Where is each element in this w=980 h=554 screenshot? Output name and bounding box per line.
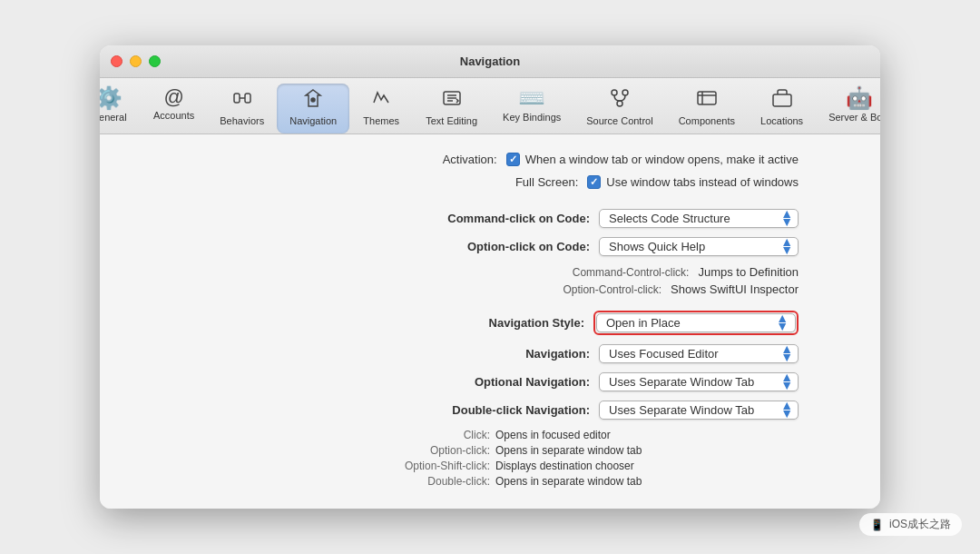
fullscreen-label: Full Screen:: [378, 175, 578, 189]
command-control-row: Command-Control-click: Jumps to Definiti…: [127, 265, 853, 279]
window-controls: [111, 55, 161, 67]
watermark: 📱 iOS成长之路: [859, 513, 962, 536]
fullscreen-checkbox[interactable]: [587, 175, 601, 189]
doubleclick-nav-label: Double-click Navigation:: [390, 403, 590, 417]
info-row-double-click: Double-click: Opens in separate window t…: [345, 475, 799, 488]
toolbar-item-locations[interactable]: Locations: [748, 84, 816, 134]
command-control-value: Jumps to Definition: [698, 265, 799, 279]
navigation-select[interactable]: Uses Focused Editor Uses Separate Window…: [599, 344, 799, 363]
toolbar-label-behaviors: Behaviors: [220, 115, 264, 126]
text-editing-icon: [441, 87, 463, 113]
toolbar-item-navigation[interactable]: Navigation: [277, 84, 349, 134]
titlebar: Navigation: [100, 45, 880, 78]
toolbar-item-components[interactable]: Components: [666, 84, 748, 134]
toolbar-item-text-editing[interactable]: Text Editing: [413, 84, 490, 134]
svg-rect-0: [234, 94, 240, 103]
toolbar-label-navigation: Navigation: [289, 115, 337, 126]
info-value-option-click: Opens in separate window tab: [495, 444, 642, 457]
option-control-value: Shows SwiftUI Inspector: [671, 282, 799, 296]
option-click-row: Option-click on Code: Shows Quick Help S…: [127, 237, 853, 256]
option-control-label: Option-Control-click:: [462, 283, 662, 296]
general-icon: ⚙️: [100, 87, 122, 109]
option-click-select-wrapper: Shows Quick Help Selects Code Structure …: [599, 237, 799, 256]
svg-rect-12: [698, 92, 716, 104]
toolbar-label-accounts: Accounts: [153, 110, 194, 121]
activation-checkbox[interactable]: [506, 153, 520, 166]
server-bots-icon: 🤖: [846, 87, 873, 109]
activation-text: When a window tab or window opens, make …: [525, 153, 799, 166]
option-click-select[interactable]: Shows Quick Help Selects Code Structure …: [599, 237, 799, 256]
navigation-select-wrapper: Uses Focused Editor Uses Separate Window…: [599, 344, 799, 363]
command-click-select[interactable]: Selects Code Structure Jumps to Definiti…: [599, 209, 799, 228]
fullscreen-row: Full Screen: Use window tabs instead of …: [127, 175, 853, 189]
doubleclick-nav-select-wrapper: Uses Separate Window Tab Uses Focused Ed…: [599, 401, 799, 420]
activation-checkbox-row: When a window tab or window opens, make …: [506, 153, 799, 166]
option-click-label: Option-click on Code:: [390, 240, 590, 253]
svg-point-11: [617, 101, 622, 106]
command-control-label: Command-Control-click:: [489, 266, 689, 279]
toolbar-label-source-control: Source Control: [586, 115, 652, 126]
toolbar-label-text-editing: Text Editing: [426, 115, 477, 126]
nav-style-inner-wrapper: Open in Place Uses Separate Window Tab U…: [596, 313, 796, 332]
nav-style-select-wrapper: Open in Place Uses Separate Window Tab U…: [593, 311, 799, 335]
info-value-click: Opens in focused editor: [495, 429, 611, 441]
close-button[interactable]: [111, 55, 122, 67]
info-label-double-click: Double-click:: [345, 475, 490, 488]
navigation-row: Navigation: Uses Focused Editor Uses Sep…: [127, 344, 853, 363]
behaviors-icon: [231, 87, 253, 113]
components-icon: [696, 87, 718, 113]
option-control-row: Option-Control-click: Shows SwiftUI Insp…: [127, 282, 853, 296]
svg-rect-14: [773, 94, 791, 106]
svg-point-10: [622, 90, 628, 95]
command-click-select-wrapper: Selects Code Structure Jumps to Definiti…: [599, 209, 799, 228]
navigation-label: Navigation:: [390, 347, 590, 361]
toolbar-label-locations: Locations: [760, 115, 803, 126]
info-rows: Click: Opens in focused editor Option-cl…: [127, 429, 853, 490]
themes-icon: [370, 87, 392, 113]
toolbar-item-behaviors[interactable]: Behaviors: [207, 84, 277, 134]
watermark-text: iOS成长之路: [889, 517, 951, 532]
info-label-option-shift-click: Option-Shift-click:: [345, 460, 490, 472]
key-bindings-icon: ⌨️: [518, 87, 545, 109]
svg-rect-1: [245, 94, 250, 103]
nav-style-select[interactable]: Open in Place Uses Separate Window Tab U…: [596, 313, 796, 332]
command-click-row: Command-click on Code: Selects Code Stru…: [127, 209, 853, 228]
toolbar-label-general: General: [100, 112, 127, 123]
toolbar-item-general[interactable]: ⚙️ General: [100, 84, 141, 130]
info-row-option-click: Option-click: Opens in separate window t…: [345, 444, 799, 457]
optional-nav-select-wrapper: Uses Separate Window Tab Uses Focused Ed…: [599, 372, 799, 391]
activation-row: Activation: When a window tab or window …: [127, 153, 853, 166]
info-label-option-click: Option-click:: [345, 444, 490, 457]
optional-nav-label: Optional Navigation:: [390, 375, 590, 389]
doubleclick-nav-select[interactable]: Uses Separate Window Tab Uses Focused Ed…: [599, 401, 799, 420]
minimize-button[interactable]: [130, 55, 142, 67]
window-title: Navigation: [460, 54, 520, 68]
toolbar-item-source-control[interactable]: Source Control: [573, 84, 665, 134]
command-click-label: Command-click on Code:: [390, 212, 590, 225]
info-row-click: Click: Opens in focused editor: [345, 429, 799, 441]
toolbar-label-themes: Themes: [363, 115, 399, 126]
toolbar-item-key-bindings[interactable]: ⌨️ Key Bindings: [490, 84, 573, 130]
toolbar-item-accounts[interactable]: @ Accounts: [141, 84, 207, 128]
toolbar-item-themes[interactable]: Themes: [349, 84, 413, 134]
toolbar-items: ⚙️ General @ Accounts Behaviors: [100, 84, 880, 134]
optional-nav-row: Optional Navigation: Uses Separate Windo…: [127, 372, 853, 391]
nav-style-label: Navigation Style:: [385, 316, 584, 330]
toolbar-item-server-bots[interactable]: 🤖 Server & Bots: [816, 84, 880, 130]
watermark-icon: 📱: [870, 519, 884, 531]
fullscreen-checkbox-row: Use window tabs instead of windows: [587, 175, 799, 189]
info-row-option-shift-click: Option-Shift-click: Displays destination…: [345, 460, 799, 472]
toolbar-label-components: Components: [679, 115, 735, 126]
maximize-button[interactable]: [149, 55, 161, 67]
preferences-window: Navigation ⚙️ General @ Accounts: [100, 45, 880, 509]
svg-point-4: [311, 98, 315, 102]
optional-nav-select[interactable]: Uses Separate Window Tab Uses Focused Ed…: [599, 372, 799, 391]
fullscreen-text: Use window tabs instead of windows: [606, 175, 799, 189]
content-area: Activation: When a window tab or window …: [100, 134, 880, 509]
locations-icon: [771, 87, 793, 113]
info-label-click: Click:: [345, 429, 490, 441]
nav-style-row: Navigation Style: Open in Place Uses Sep…: [127, 311, 853, 335]
info-value-double-click: Opens in separate window tab: [495, 475, 642, 488]
toolbar-label-key-bindings: Key Bindings: [503, 112, 561, 123]
toolbar-label-server-bots: Server & Bots: [828, 112, 880, 123]
